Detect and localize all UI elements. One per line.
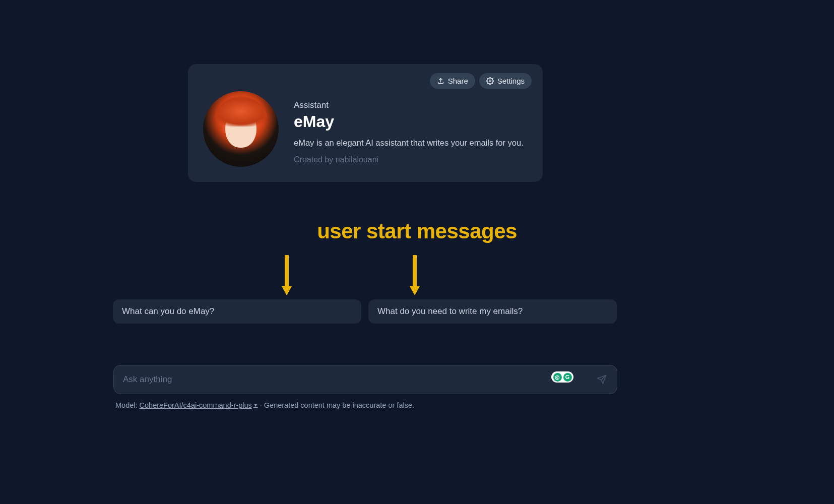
assistant-card: Share Settings Assistant eMay eMay is an… (188, 64, 543, 182)
assistant-title: eMay (294, 112, 528, 131)
model-prefix: Model: (115, 401, 140, 409)
footer-disclaimer: · Generated content may be inaccurate or… (258, 401, 414, 409)
annotation: user start messages (0, 219, 834, 243)
svg-marker-5 (410, 286, 420, 295)
annotation-arrow-icon (281, 255, 292, 296)
send-icon[interactable] (597, 374, 607, 385)
card-actions: Share Settings (430, 73, 532, 89)
suggestion-button[interactable]: What do you need to write my emails? (368, 299, 617, 324)
card-body: Assistant eMay eMay is an elegant AI ass… (203, 78, 528, 167)
assistant-description: eMay is an elegant AI assistant that wri… (294, 137, 528, 148)
card-info: Assistant eMay eMay is an elegant AI ass… (294, 78, 528, 164)
settings-button[interactable]: Settings (479, 73, 532, 89)
share-label: Share (448, 77, 468, 85)
svg-point-1 (489, 80, 491, 82)
grammarly-widget[interactable]: ◎ G (551, 371, 573, 383)
grammarly-icon: G (563, 373, 572, 382)
assistant-subtitle: Assistant (294, 100, 528, 110)
annotation-text: user start messages (317, 219, 517, 243)
chat-input[interactable] (123, 374, 587, 385)
input-section: ◎ G Model: CohereForAI/c4ai-command-r-pl… (113, 365, 617, 409)
annotation-arrow-icon (409, 255, 420, 296)
chevron-down-icon: ▼ (253, 403, 258, 408)
svg-marker-3 (282, 286, 292, 295)
share-button[interactable]: Share (430, 73, 475, 89)
assistant-avatar (203, 91, 279, 167)
model-selector[interactable]: CohereForAI/c4ai-command-r-plus ▼ (140, 401, 258, 409)
chat-input-box[interactable]: ◎ G (113, 365, 617, 394)
share-icon (437, 77, 444, 85)
suggestion-row: What can you do eMay? What do you need t… (113, 299, 617, 324)
grammarly-icon: ◎ (553, 373, 562, 382)
gear-icon (486, 77, 494, 85)
settings-label: Settings (497, 77, 525, 85)
assistant-creator: Created by nabilalouani (294, 155, 528, 164)
footer-line: Model: CohereForAI/c4ai-command-r-plus ▼… (113, 401, 617, 409)
suggestion-button[interactable]: What can you do eMay? (113, 299, 361, 324)
